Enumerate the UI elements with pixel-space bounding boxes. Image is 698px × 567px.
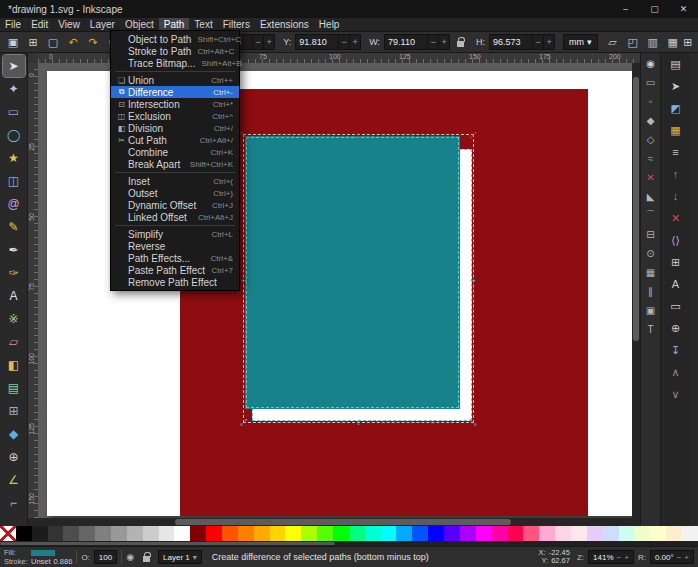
palette-swatch[interactable] [206,526,222,541]
fill-stroke-indicator[interactable]: Fill: Stroke: Unset 0.886 [4,549,72,566]
calligraphy-tool[interactable]: ✑ [3,262,25,284]
rotation-increase-icon[interactable]: + [684,553,689,562]
scale-handle-bm[interactable]: ↕ [356,418,361,427]
swatches-dialog-icon[interactable]: ▦ [667,123,685,137]
pen-tool[interactable]: ✒ [3,239,25,261]
zoom-tool[interactable]: ⊕ [3,446,25,468]
zoom-input[interactable]: 141% − + [588,550,634,564]
path-menu-item-stroke-to-path[interactable]: Stroke to PathCtrl+Alt+C [111,45,239,57]
scale-handle-tm[interactable]: ↕ [356,131,361,140]
path-menu-item-cut-path[interactable]: ✂Cut PathCtrl+Alt+/ [111,134,239,146]
increment-icon[interactable]: + [543,35,554,49]
delete-icon[interactable]: ✕ [667,211,685,225]
path-menu-item-reverse[interactable]: Reverse [111,240,239,252]
field-input-y[interactable]: 91.810−+ [295,34,361,50]
palette-swatch[interactable] [523,526,539,541]
lock-ratio-icon[interactable] [453,34,467,50]
horizontal-scrollbar-thumb[interactable] [175,519,512,525]
palette-swatch[interactable] [222,526,238,541]
snap-cusp-nodes-icon[interactable]: ◣ [644,190,658,202]
path-menu-item-division[interactable]: ◧DivisionCtrl+/ [111,122,239,134]
scale-handle-ml[interactable]: ↔ [239,274,248,283]
path-menu-item-intersection[interactable]: ⊡IntersectionCtrl+* [111,98,239,110]
star-tool[interactable]: ★ [3,147,25,169]
node-tool[interactable]: ✦ [3,78,25,100]
minimize-button[interactable]: – [611,0,640,18]
path-menu-item-simplify[interactable]: SimplifyCtrl+L [111,228,239,240]
snap-bbox-corners-icon[interactable]: ◆ [644,114,658,126]
layer-selector[interactable]: Layer 1 ▾ [158,550,202,564]
teal-rectangle[interactable] [245,136,460,409]
zoom-decrease-icon[interactable]: − [617,553,622,562]
objects-dialog-icon[interactable]: ▤ [667,57,685,71]
palette-swatch[interactable] [32,526,48,541]
path-menu-item-break-apart[interactable]: Break ApartShift+Ctrl+K [111,158,239,170]
path-menu-item-difference[interactable]: ⧉DifferenceCtrl+- [111,86,239,98]
spiral-tool[interactable]: @ [3,193,25,215]
toolbar-overflow-icon[interactable]: ⊞ [682,36,694,49]
snap-bbox-edges-icon[interactable]: ▫ [644,95,658,107]
scale-pattern-toggle-icon[interactable]: ▦ [664,33,682,51]
pencil-tool[interactable]: ✎ [3,216,25,238]
maximize-button[interactable]: ▢ [640,0,669,18]
xml-editor-icon[interactable]: ⟨⟩ [667,233,685,247]
dock-scroll-down-icon[interactable]: ∨ [667,387,685,401]
zoom-increase-icon[interactable]: + [624,553,629,562]
palette-swatch[interactable] [682,526,698,541]
snap-bbox-icon[interactable]: ▭ [644,76,658,88]
field-value-y[interactable]: 91.810 [296,37,338,47]
scale-handle-br[interactable]: ⤡ [469,418,476,427]
palette-swatch[interactable] [301,526,317,541]
units-dropdown[interactable]: mm ▾ [563,34,598,50]
mesh-tool[interactable]: ⊞ [3,400,25,422]
palette-swatch[interactable] [587,526,603,541]
snap-intersections-icon[interactable]: ✕ [644,171,658,183]
palette-swatch[interactable] [428,526,444,541]
menubar-item-help[interactable]: Help [314,18,345,31]
palette-swatch[interactable] [159,526,175,541]
snap-guides-icon[interactable]: ∥ [644,285,658,297]
palette-swatch[interactable] [539,526,555,541]
palette-swatch[interactable] [190,526,206,541]
rotate-cw-icon[interactable]: ↷ [84,33,102,51]
palette-none-swatch[interactable] [0,526,16,541]
palette-swatch[interactable] [508,526,524,541]
palette-scrollbar[interactable] [0,541,698,546]
scale-handle-mr[interactable]: ↔ [468,274,477,283]
document-properties-icon[interactable]: ▭ [667,299,685,313]
palette-swatch[interactable] [444,526,460,541]
text-dialog-icon[interactable]: A [667,277,685,291]
snap-nodes-icon[interactable]: ◇ [644,133,658,145]
decrement-icon[interactable]: − [338,35,349,49]
palette-swatch[interactable] [460,526,476,541]
decrement-icon[interactable]: − [427,35,438,49]
box3d-tool[interactable]: ◫ [3,170,25,192]
path-menu-item-inset[interactable]: InsetCtrl+( [111,175,239,187]
menubar-item-view[interactable]: View [53,18,85,31]
spray-tool[interactable]: ※ [3,308,25,330]
vertical-scrollbar-thumb[interactable] [633,77,639,341]
palette-swatch[interactable] [476,526,492,541]
fill-stroke-dialog-icon[interactable]: ◩ [667,101,685,115]
path-menu-item-linked-offset[interactable]: Linked OffsetCtrl+Alt+J [111,211,239,223]
horizontal-scrollbar[interactable] [28,518,640,526]
measure-tool[interactable]: ∠ [3,469,25,491]
palette-swatch[interactable] [143,526,159,541]
path-menu-item-remove-path-effect[interactable]: Remove Path Effect [111,276,239,288]
lower-layer-icon[interactable]: ↓ [667,189,685,203]
close-button[interactable]: ✕ [669,0,698,18]
deselect-icon[interactable]: ▢ [44,33,62,51]
select-same-icon[interactable]: ⊞ [24,33,42,51]
palette-swatch[interactable] [174,526,190,541]
scale-handle-bl[interactable]: ⤢ [240,418,247,427]
connector-tool[interactable]: ⌐ [3,492,25,514]
increment-icon[interactable]: + [263,35,274,49]
dropper-tool[interactable]: ◆ [3,423,25,445]
palette-swatch[interactable] [270,526,286,541]
palette-swatch[interactable] [285,526,301,541]
path-menu-item-exclusion[interactable]: ◫ExclusionCtrl+^ [111,110,239,122]
text-tool[interactable]: A [3,285,25,307]
palette-swatch[interactable] [555,526,571,541]
palette-swatch[interactable] [79,526,95,541]
palette-swatch[interactable] [396,526,412,541]
